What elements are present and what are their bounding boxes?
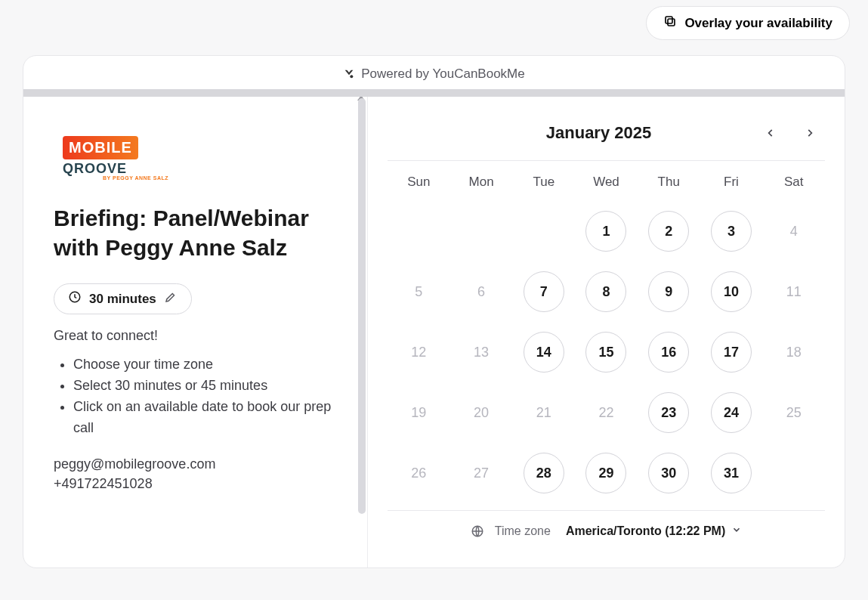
prev-month-button[interactable] [760, 122, 781, 144]
contact-phone: +491722451028 [54, 474, 337, 493]
day-cell: 23 [638, 392, 700, 433]
weekday-label: Sat [762, 175, 825, 190]
brand-mobile: MOBILE [63, 136, 138, 159]
overlay-label: Overlay your availability [684, 16, 832, 31]
decorative-strip [23, 89, 845, 97]
day-cell: 29 [575, 453, 638, 493]
day-cell [512, 211, 575, 252]
list-item: Choose your time zone [73, 354, 337, 376]
unavailable-day: 27 [474, 465, 489, 481]
day-cell: 22 [575, 392, 638, 433]
day-cell: 19 [388, 392, 450, 433]
unavailable-day: 4 [790, 224, 798, 240]
available-day[interactable]: 16 [648, 332, 689, 373]
svg-rect-0 [666, 17, 672, 23]
day-cell: 31 [700, 453, 763, 493]
day-cell: 10 [700, 271, 763, 312]
duration-label: 30 minutes [89, 292, 156, 307]
unavailable-day: 18 [786, 345, 802, 360]
day-cell: 4 [762, 211, 825, 252]
brand-logo: MOBILE QROOVE BY PEGGY ANNE SALZ [63, 136, 168, 181]
weekday-row: Sun Mon Tue Wed Thu Fri Sat [388, 161, 825, 200]
intro-text: Great to connect! [54, 328, 337, 344]
available-day[interactable]: 23 [648, 392, 689, 433]
page-title: Briefing: Panel/Webinar with Peggy Anne … [54, 203, 337, 262]
day-cell: 11 [762, 271, 825, 312]
weekday-label: Mon [450, 175, 513, 190]
unavailable-day: 25 [786, 405, 802, 421]
left-panel: MOBILE QROOVE BY PEGGY ANNE SALZ Briefin… [23, 97, 367, 568]
unavailable-day: 5 [415, 284, 422, 300]
month-header: January 2025 [388, 118, 825, 161]
pencil-icon [164, 290, 178, 308]
timezone-label: Time zone [495, 524, 551, 538]
day-cell [762, 453, 825, 493]
powered-by-label: Powered by YouCanBookMe [361, 66, 524, 82]
available-day[interactable]: 31 [711, 453, 752, 493]
weekday-label: Thu [638, 175, 700, 190]
day-cell: 21 [512, 392, 575, 433]
unavailable-day: 22 [598, 405, 613, 421]
available-day[interactable]: 28 [524, 453, 564, 493]
unavailable-day: 12 [411, 345, 426, 360]
available-day[interactable]: 24 [711, 392, 752, 433]
day-cell: 26 [388, 453, 450, 493]
globe-icon [471, 524, 484, 538]
weekday-label: Tue [512, 175, 575, 190]
available-day[interactable]: 8 [585, 271, 626, 312]
scroll-thumb[interactable] [358, 98, 366, 514]
unavailable-day: 21 [536, 405, 551, 421]
day-cell: 12 [388, 332, 450, 373]
day-cell: 15 [575, 332, 638, 373]
ycbm-logo-icon [343, 68, 355, 80]
available-day[interactable]: 30 [648, 453, 689, 493]
day-cell: 8 [575, 271, 638, 312]
chevron-down-icon [731, 524, 742, 538]
available-day[interactable]: 9 [648, 271, 689, 312]
available-day[interactable]: 2 [648, 211, 689, 252]
contact-block: peggy@mobilegroove.com +491722451028 [54, 454, 337, 493]
available-day[interactable]: 29 [585, 453, 626, 493]
list-item: Click on an available date to book our p… [73, 397, 337, 439]
day-cell: 13 [450, 332, 513, 373]
list-item: Select 30 minutes or 45 minutes [73, 376, 337, 397]
svg-point-2 [351, 75, 354, 78]
day-cell: 7 [512, 271, 575, 312]
weekday-label: Sun [388, 175, 450, 190]
available-day[interactable]: 17 [711, 332, 752, 373]
day-cell [388, 211, 450, 252]
timezone-value: America/Toronto (12:22 PM) [566, 524, 725, 538]
day-cell: 5 [388, 271, 450, 312]
day-cell: 17 [700, 332, 763, 373]
next-month-button[interactable] [799, 122, 820, 144]
scrollbar[interactable] [357, 97, 367, 568]
day-cell: 2 [638, 211, 700, 252]
overlay-availability-button[interactable]: Overlay your availability [646, 6, 850, 40]
day-cell [450, 211, 513, 252]
steps-list: Choose your time zone Select 30 minutes … [54, 354, 337, 439]
day-cell: 25 [762, 392, 825, 433]
available-day[interactable]: 7 [524, 271, 564, 312]
unavailable-day: 26 [411, 465, 426, 481]
day-cell: 30 [638, 453, 700, 493]
overlay-icon [663, 14, 677, 32]
timezone-selector[interactable]: America/Toronto (12:22 PM) [566, 524, 742, 538]
available-day[interactable]: 10 [711, 271, 752, 312]
unavailable-day: 19 [411, 405, 426, 421]
duration-selector[interactable]: 30 minutes [54, 283, 192, 314]
available-day[interactable]: 15 [585, 332, 626, 373]
available-day[interactable]: 1 [585, 211, 626, 252]
day-cell: 3 [700, 211, 763, 252]
day-cell: 16 [638, 332, 700, 373]
day-cell: 6 [450, 271, 513, 312]
unavailable-day: 13 [474, 345, 489, 360]
day-cell: 20 [450, 392, 513, 433]
powered-by-bar[interactable]: Powered by YouCanBookMe [23, 56, 845, 89]
day-cell: 27 [450, 453, 513, 493]
day-cell: 18 [762, 332, 825, 373]
day-cell: 9 [638, 271, 700, 312]
unavailable-day: 6 [477, 284, 485, 300]
available-day[interactable]: 14 [524, 332, 564, 373]
available-day[interactable]: 3 [711, 211, 752, 252]
weekday-label: Fri [700, 175, 763, 190]
